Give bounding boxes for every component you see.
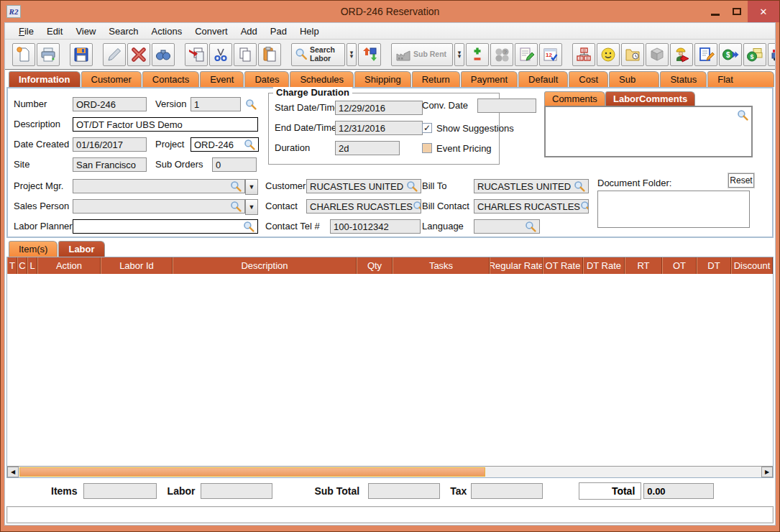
tab-status[interactable]: Status bbox=[660, 71, 707, 87]
tab-sub-total[interactable]: Sub Total bbox=[609, 71, 659, 87]
search-labor-button[interactable]: Search Labor bbox=[291, 43, 345, 66]
feedback-smiley-button[interactable] bbox=[597, 43, 620, 66]
menu-edit[interactable]: Edit bbox=[40, 24, 69, 38]
contact-lookup-icon[interactable] bbox=[413, 201, 421, 212]
tab-schedules[interactable]: Schedules bbox=[290, 71, 354, 87]
delivery-truck-button[interactable] bbox=[768, 43, 776, 66]
menu-search[interactable]: Search bbox=[102, 24, 144, 38]
table-column-header[interactable]: L bbox=[27, 257, 37, 274]
tab-return[interactable]: Return bbox=[412, 71, 460, 87]
calendar-schedule-button[interactable]: 12 bbox=[539, 43, 562, 66]
tab-labor[interactable]: Labor bbox=[58, 241, 104, 257]
convert-button[interactable] bbox=[358, 43, 381, 66]
bill-to-lookup-icon[interactable] bbox=[574, 180, 585, 192]
labor-planner-field[interactable] bbox=[73, 219, 258, 234]
tab-items[interactable]: Item(s) bbox=[9, 241, 58, 257]
tab-default[interactable]: Default bbox=[518, 71, 568, 87]
tab-shipping[interactable]: Shipping bbox=[354, 71, 411, 87]
copy-to-order-button[interactable] bbox=[185, 43, 208, 66]
table-column-header[interactable]: OT bbox=[662, 257, 697, 274]
menu-file[interactable]: File bbox=[12, 24, 40, 38]
new-document-button[interactable] bbox=[12, 43, 35, 66]
copy-button[interactable] bbox=[234, 43, 257, 66]
project-lookup-icon[interactable] bbox=[244, 139, 255, 150]
group-items-button[interactable]: ? bbox=[490, 43, 513, 66]
bill-contact-lookup-icon[interactable] bbox=[580, 201, 589, 212]
scroll-left-button[interactable]: ◀ bbox=[7, 467, 19, 477]
package-disabled-button[interactable] bbox=[646, 43, 669, 66]
table-column-header[interactable]: Qty bbox=[357, 257, 393, 274]
table-column-header[interactable]: T bbox=[7, 257, 17, 274]
table-column-header[interactable]: RT bbox=[625, 257, 662, 274]
history-folder-button[interactable] bbox=[621, 43, 644, 66]
menu-bar: File Edit View Search Actions Convert Ad… bbox=[5, 23, 775, 40]
menu-pad[interactable]: Pad bbox=[264, 24, 293, 38]
description-field[interactable]: OT/DT Factor UBS Demo bbox=[73, 117, 258, 132]
search-labor-options-button[interactable]: ▾▾ bbox=[347, 43, 357, 66]
event-pricing-checkbox[interactable] bbox=[422, 143, 432, 153]
language-lookup-icon[interactable] bbox=[525, 221, 536, 232]
sales-person-lookup-icon[interactable] bbox=[230, 201, 242, 212]
horizontal-scrollbar[interactable]: ◀ ▶ bbox=[7, 466, 773, 477]
delete-button[interactable] bbox=[127, 43, 150, 66]
paste-button[interactable] bbox=[258, 43, 281, 66]
labor-table-body[interactable] bbox=[7, 274, 773, 466]
project-field[interactable]: ORD-246 bbox=[191, 137, 259, 152]
close-button[interactable]: ✕ bbox=[748, 1, 779, 22]
table-column-header[interactable]: DT bbox=[697, 257, 731, 274]
menu-view[interactable]: View bbox=[69, 24, 102, 38]
tab-flat-discounts[interactable]: Flat Discounts bbox=[707, 71, 774, 87]
find-button[interactable] bbox=[152, 43, 175, 66]
version-lookup-icon[interactable] bbox=[245, 98, 257, 110]
assign-crew-button[interactable] bbox=[670, 43, 693, 66]
menu-help[interactable]: Help bbox=[293, 24, 326, 38]
scroll-right-button[interactable]: ▶ bbox=[761, 467, 773, 477]
tab-customer[interactable]: Customer bbox=[81, 71, 142, 87]
table-column-header[interactable]: C bbox=[17, 257, 27, 274]
table-column-header[interactable]: Description bbox=[173, 257, 357, 274]
table-column-header[interactable]: Action bbox=[37, 257, 101, 274]
reset-button[interactable]: Reset bbox=[728, 173, 754, 188]
org-chart-button[interactable] bbox=[572, 43, 595, 66]
table-column-header[interactable]: Regular Rate bbox=[490, 257, 543, 274]
sub-rent-options-button[interactable]: ▾▾ bbox=[454, 43, 464, 66]
cut-button[interactable] bbox=[209, 43, 232, 66]
project-mgr-lookup-icon[interactable] bbox=[230, 180, 242, 192]
customer-lookup-icon[interactable] bbox=[406, 180, 418, 192]
edit-document-button[interactable] bbox=[694, 43, 717, 66]
add-remove-button[interactable] bbox=[466, 43, 489, 66]
menu-convert[interactable]: Convert bbox=[188, 24, 234, 38]
comments-lookup-icon[interactable] bbox=[737, 109, 748, 121]
print-button[interactable] bbox=[37, 43, 60, 66]
tab-labor-comments[interactable]: LaborComments bbox=[605, 91, 695, 106]
sub-rent-button[interactable]: Sub Rent bbox=[391, 43, 453, 66]
menu-add[interactable]: Add bbox=[234, 24, 264, 38]
tab-information[interactable]: Information bbox=[9, 71, 81, 87]
labor-planner-lookup-icon[interactable] bbox=[243, 221, 254, 232]
labor-comments-textarea[interactable] bbox=[544, 106, 753, 157]
maximize-button[interactable] bbox=[726, 1, 748, 22]
tab-dates[interactable]: Dates bbox=[244, 71, 289, 87]
tab-cost[interactable]: Cost bbox=[569, 71, 608, 87]
sales-person-dropdown-button[interactable]: ▼ bbox=[245, 199, 258, 215]
tab-event[interactable]: Event bbox=[200, 71, 244, 87]
transfer-funds-button[interactable]: $ bbox=[719, 43, 742, 66]
table-column-header[interactable]: Labor Id bbox=[101, 257, 173, 274]
billing-notes-button[interactable]: $ bbox=[743, 43, 766, 66]
document-folder-box[interactable] bbox=[597, 191, 750, 228]
table-column-header[interactable]: Tasks bbox=[393, 257, 490, 274]
minimize-button[interactable] bbox=[705, 1, 726, 22]
tab-contacts[interactable]: Contacts bbox=[142, 71, 199, 87]
show-suggestions-checkbox[interactable]: ✓ bbox=[422, 123, 432, 133]
tab-comments[interactable]: Comments bbox=[544, 91, 605, 106]
table-column-header[interactable]: DT Rate bbox=[583, 257, 625, 274]
tab-payment[interactable]: Payment bbox=[461, 71, 518, 87]
project-mgr-dropdown-button[interactable]: ▼ bbox=[245, 179, 258, 195]
menu-actions[interactable]: Actions bbox=[145, 24, 189, 38]
table-column-header[interactable]: OT Rate bbox=[543, 257, 583, 274]
save-button[interactable] bbox=[70, 43, 93, 66]
table-column-header[interactable]: Discount bbox=[731, 257, 773, 274]
scrollbar-thumb[interactable] bbox=[19, 467, 485, 477]
edit-notes-button[interactable] bbox=[515, 43, 538, 66]
edit-button[interactable] bbox=[103, 43, 126, 66]
